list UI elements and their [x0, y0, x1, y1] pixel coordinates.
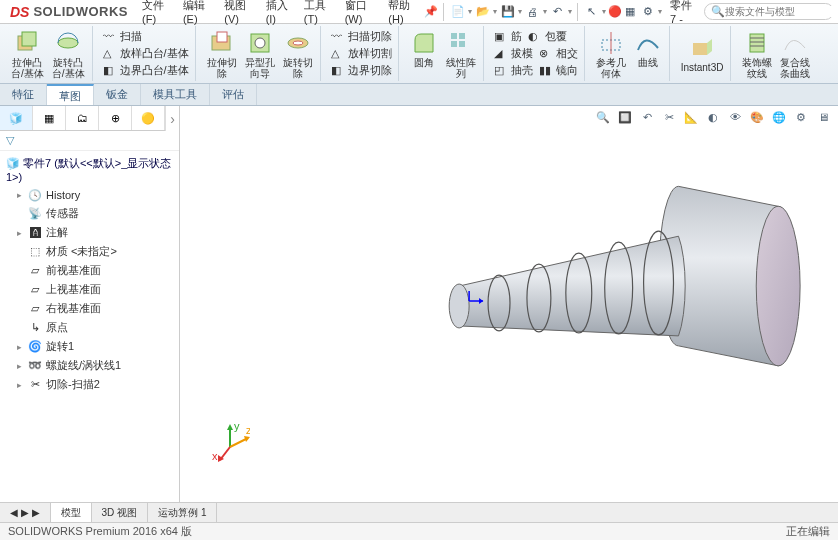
undo-button[interactable]: ↶ — [549, 3, 572, 21]
btab-3dview[interactable]: 3D 视图 — [92, 503, 149, 522]
loft-button[interactable]: △放样凸台/基体 — [101, 45, 191, 62]
btab-model[interactable]: 模型 — [51, 503, 92, 522]
tree-item-1[interactable]: 📡传感器 — [0, 204, 179, 223]
intersect-button[interactable]: ⊗相交 — [537, 45, 580, 62]
open-doc-button[interactable]: 📂 — [474, 3, 497, 21]
btab-motion1[interactable]: 运动算例 1 — [148, 503, 217, 522]
tab-evaluate[interactable]: 评估 — [210, 84, 257, 105]
tab-mold-tools[interactable]: 模具工具 — [141, 84, 210, 105]
menu-tools[interactable]: 工具(T) — [298, 0, 337, 27]
logo-text: SOLIDWORKS — [33, 4, 128, 19]
tree-item-4[interactable]: ▱前视基准面 — [0, 261, 179, 280]
cut-boundary-button[interactable]: ◧边界切除 — [329, 62, 394, 79]
status-version: SOLIDWORKS Premium 2016 x64 版 — [8, 524, 192, 539]
btab-nav[interactable]: ◀ ▶ ▶ — [0, 503, 51, 522]
hole-wizard-button[interactable]: 异型孔 向导 — [242, 28, 278, 80]
wrap-button[interactable]: ◐包覆 — [526, 28, 569, 45]
sweep-button[interactable]: 〰扫描 — [101, 28, 191, 45]
pin-icon[interactable]: 📌 — [424, 3, 438, 21]
rib-button[interactable]: ▣筋 — [492, 28, 524, 45]
tree-node-label: 前视基准面 — [46, 263, 101, 278]
tree-item-0[interactable]: ▸🕓History — [0, 186, 179, 204]
print-button[interactable]: 🖨 — [524, 3, 547, 21]
instant3d-button[interactable]: Instant3D — [678, 33, 727, 74]
shell-icon: ◰ — [494, 64, 508, 78]
side-tab-property[interactable]: ▦ — [33, 106, 66, 130]
feature-tree: 🧊 零件7 (默认<<默认>_显示状态 1>) ▸🕓History📡传感器▸🅰注… — [0, 151, 179, 502]
tab-features[interactable]: 特征 — [0, 84, 47, 105]
cut-revolve-button[interactable]: 旋转切 除 — [280, 28, 316, 80]
label: 参考几 何体 — [596, 57, 626, 79]
wrap-icon: ◐ — [528, 30, 542, 44]
side-expand-button[interactable]: › — [165, 106, 179, 131]
orientation-triad[interactable]: y z x — [210, 422, 250, 462]
menu-insert[interactable]: 插入(I) — [260, 0, 296, 27]
tree-item-5[interactable]: ▱上视基准面 — [0, 280, 179, 299]
rebuild-icon[interactable]: 🔴 — [608, 3, 622, 21]
linear-pattern-button[interactable]: 线性阵 列 — [443, 28, 479, 80]
tree-node-label: 材质 <未指定> — [46, 244, 117, 259]
tree-node-label: 螺旋线/涡状线1 — [46, 358, 121, 373]
feature-manager-panel: 🧊 ▦ 🗂 ⊕ 🟡 › ▽ 🧊 零件7 (默认<<默认>_显示状态 1>) ▸🕓… — [0, 106, 180, 502]
composite-curve-button: 复合线 条曲线 — [777, 28, 813, 80]
svg-text:y: y — [234, 422, 240, 432]
separator — [577, 3, 578, 21]
tree-item-7[interactable]: ↳原点 — [0, 318, 179, 337]
thread-button[interactable]: 装饰螺 纹线 — [739, 28, 775, 80]
side-tab-feature-tree[interactable]: 🧊 — [0, 106, 33, 130]
svg-text:z: z — [246, 424, 250, 436]
draft-button[interactable]: ◢拔模 — [492, 45, 535, 62]
svg-point-8 — [293, 41, 303, 45]
pattern-icon — [447, 29, 475, 57]
label: 包覆 — [545, 29, 567, 44]
label: 筋 — [511, 29, 522, 44]
tab-sheetmetal[interactable]: 钣金 — [94, 84, 141, 105]
3d-viewport[interactable]: 🔍 🔲 ↶ ✂ 📐 ◐ 👁 🎨 🌐 ⚙ 🖥 — [180, 106, 838, 502]
revolve-boss-button[interactable]: 旋转凸 台/基体 — [49, 28, 88, 80]
extrude-boss-button[interactable]: 拉伸凸 台/基体 — [8, 28, 47, 80]
menu-window[interactable]: 窗口(W) — [339, 0, 381, 27]
side-tab-display[interactable]: 🟡 — [132, 106, 165, 130]
menu-file[interactable]: 文件(F) — [136, 0, 175, 27]
tree-root-node[interactable]: 🧊 零件7 (默认<<默认>_显示状态 1>) — [0, 153, 179, 186]
filter-icon[interactable]: ▽ — [6, 134, 14, 146]
tree-item-8[interactable]: ▸🌀旋转1 — [0, 337, 179, 356]
save-button[interactable]: 💾 — [499, 3, 522, 21]
fillet-icon — [410, 29, 438, 57]
items-icon[interactable]: ▦ — [624, 3, 637, 21]
menu-view[interactable]: 视图(V) — [218, 0, 257, 27]
filter-row: ▽ — [0, 131, 179, 151]
menu-edit[interactable]: 编辑(E) — [177, 0, 216, 27]
tree-node-label: 原点 — [46, 320, 68, 335]
property-icon: ▦ — [44, 112, 54, 125]
tree-node-label: 旋转1 — [46, 339, 74, 354]
tree-node-label: 传感器 — [46, 206, 79, 221]
boundary-button[interactable]: ◧边界凸台/基体 — [101, 62, 191, 79]
side-tab-config[interactable]: 🗂 — [66, 106, 99, 130]
menu-help[interactable]: 帮助(H) — [382, 0, 422, 27]
settings-button[interactable]: ⚙ — [639, 3, 662, 21]
label: 镜向 — [556, 63, 578, 78]
tab-sketch[interactable]: 草图 — [47, 84, 94, 105]
side-tab-dimxpert[interactable]: ⊕ — [99, 106, 132, 130]
tree-item-3[interactable]: ⬚材质 <未指定> — [0, 242, 179, 261]
mirror-button[interactable]: ▮▮镜向 — [537, 62, 580, 79]
new-doc-button[interactable]: 📄 — [449, 3, 472, 21]
tree-item-2[interactable]: ▸🅰注解 — [0, 223, 179, 242]
curves-button[interactable]: 曲线 — [631, 28, 665, 80]
cut-sweep-button[interactable]: 〰扫描切除 — [329, 28, 394, 45]
search-input[interactable] — [725, 6, 838, 17]
cut-extrude-button[interactable]: 拉伸切 除 — [204, 28, 240, 80]
tree-item-9[interactable]: ▸➿螺旋线/涡状线1 — [0, 356, 179, 375]
fillet-button[interactable]: 圆角 — [407, 28, 441, 80]
cut-loft-button[interactable]: △放样切割 — [329, 45, 394, 62]
shell-button[interactable]: ◰抽壳 — [492, 62, 535, 79]
svg-rect-9 — [451, 33, 457, 39]
label: 旋转切 除 — [283, 57, 313, 79]
search-box[interactable]: 🔍 — [704, 3, 834, 20]
tree-item-10[interactable]: ▸✂切除-扫描2 — [0, 375, 179, 394]
select-button[interactable]: ↖ — [583, 3, 606, 21]
curves-icon — [634, 29, 662, 57]
ref-geom-button[interactable]: 参考几 何体 — [593, 28, 629, 80]
tree-item-6[interactable]: ▱右视基准面 — [0, 299, 179, 318]
